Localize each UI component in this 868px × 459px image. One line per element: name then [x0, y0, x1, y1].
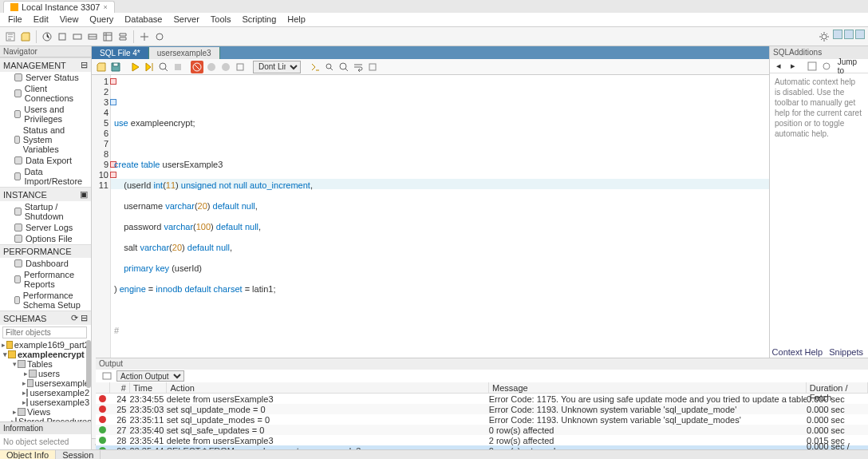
- schema-filter-input[interactable]: [2, 326, 87, 338]
- status-object-info[interactable]: Object Info: [0, 450, 56, 459]
- output-row[interactable]: 2423:34:55 delete from usersExample3Erro…: [96, 394, 868, 404]
- rp-manual-icon[interactable]: [820, 60, 833, 73]
- execute-step-icon[interactable]: [143, 61, 156, 73]
- editor-toolbar: Dont Limit: [92, 59, 769, 75]
- tree-db1[interactable]: ▸example16t9_part2: [0, 340, 91, 350]
- limit-select[interactable]: Dont Limit: [253, 61, 301, 73]
- menu-help[interactable]: Help: [282, 13, 310, 26]
- menu-edit[interactable]: Edit: [29, 13, 53, 26]
- rollback-icon[interactable]: [219, 61, 232, 73]
- beautify-icon[interactable]: [309, 61, 322, 73]
- tool-icon-2[interactable]: [55, 30, 69, 44]
- nav-perf-reports[interactable]: Performance Reports: [0, 269, 91, 290]
- tool-icon-5[interactable]: [101, 30, 115, 44]
- tree-table-usersexample2[interactable]: ▸usersexample2: [0, 388, 91, 398]
- rp-back-icon[interactable]: ◂: [772, 60, 785, 73]
- section-performance: PERFORMANCE: [0, 244, 91, 258]
- status-session[interactable]: Session: [56, 450, 101, 459]
- window-tab[interactable]: Local Instance 3307 ×: [3, 1, 115, 13]
- nav-data-import[interactable]: Data Import/Restore: [0, 166, 91, 187]
- nav-status-variables[interactable]: Status and System Variables: [0, 125, 91, 155]
- tree-stored-procedures[interactable]: ▸Stored Procedures: [0, 417, 91, 421]
- svg-rect-16: [369, 64, 376, 70]
- tree-table-usersexample[interactable]: ▸usersexample: [0, 378, 91, 388]
- jump-to-label[interactable]: Jump to: [838, 57, 866, 75]
- find-icon[interactable]: [323, 61, 336, 73]
- save-icon[interactable]: [109, 61, 122, 73]
- status-ok-icon: [99, 426, 106, 433]
- nav-server-logs[interactable]: Server Logs: [0, 222, 91, 233]
- nav-users-privileges[interactable]: Users and Privileges: [0, 104, 91, 125]
- svg-rect-17: [808, 62, 816, 70]
- output-row[interactable]: 2523:35:03 set sql_update_mode = 0Error …: [96, 404, 868, 414]
- file-tab-inactive[interactable]: usersexample3: [149, 47, 220, 59]
- stop-icon[interactable]: [172, 61, 184, 73]
- tree-db2[interactable]: ▾exampleencrypt: [0, 350, 91, 359]
- menu-tools[interactable]: Tools: [206, 13, 236, 26]
- close-icon[interactable]: ×: [103, 3, 107, 11]
- tree-table-usersexample3[interactable]: ▸usersexample3: [0, 398, 91, 407]
- gear-icon[interactable]: [817, 30, 831, 44]
- tree-table-users[interactable]: ▸users: [0, 369, 91, 378]
- no-commit-icon[interactable]: [191, 61, 203, 73]
- svg-rect-13: [237, 64, 243, 70]
- no-object-label: No object selected: [0, 434, 91, 449]
- nav-options-file[interactable]: Options File: [0, 233, 91, 244]
- wrap-icon[interactable]: [352, 61, 365, 73]
- svg-point-18: [823, 63, 830, 69]
- open-sql-icon[interactable]: [18, 30, 33, 44]
- tree-views[interactable]: ▸Views: [0, 407, 91, 417]
- section-instance: INSTANCE▣: [0, 187, 91, 201]
- nav-server-status[interactable]: Server Status: [0, 72, 91, 83]
- output-type-select[interactable]: Action Output: [116, 370, 184, 382]
- tool-icon-8[interactable]: [152, 30, 167, 44]
- nav-startup[interactable]: Startup / Shutdown: [0, 201, 91, 222]
- menu-scripting[interactable]: Scripting: [238, 13, 282, 26]
- open-file-icon[interactable]: [95, 61, 108, 73]
- schema-scrollbar[interactable]: [86, 340, 91, 388]
- invisible-icon[interactable]: [366, 61, 379, 73]
- execute-icon[interactable]: [128, 61, 141, 73]
- menu-server[interactable]: Server: [168, 13, 203, 26]
- output-type-icon[interactable]: [101, 370, 113, 382]
- file-tab-active[interactable]: SQL File 4*: [92, 47, 149, 59]
- tree-tables[interactable]: ▾Tables: [0, 359, 91, 369]
- search-icon[interactable]: [337, 61, 350, 73]
- output-row[interactable]: 2823:35:41 delete from usersExample32 ro…: [96, 435, 868, 445]
- menu-view[interactable]: View: [55, 13, 84, 26]
- tool-icon-4[interactable]: [85, 30, 100, 44]
- rp-auto-icon[interactable]: [806, 60, 819, 73]
- menu-query[interactable]: Query: [85, 13, 118, 26]
- commit-icon[interactable]: [205, 61, 218, 73]
- output-rows[interactable]: 2423:34:55 delete from usersExample3Erro…: [96, 394, 868, 449]
- panel-toggle-1[interactable]: [833, 30, 842, 39]
- tool-icon-6[interactable]: [116, 30, 130, 44]
- nav-client-connections[interactable]: Client Connections: [0, 83, 91, 104]
- rp-fwd-icon[interactable]: ▸: [787, 60, 799, 73]
- nav-dashboard[interactable]: Dashboard: [0, 258, 91, 269]
- svg-point-11: [207, 63, 215, 71]
- autocommit-icon[interactable]: [234, 61, 247, 73]
- menu-file[interactable]: File: [3, 13, 27, 26]
- status-err-icon: [99, 406, 106, 413]
- status-err-icon: [99, 395, 106, 402]
- panel-toggle-2[interactable]: [844, 30, 854, 39]
- tab-context-help[interactable]: Context Help: [772, 347, 823, 357]
- refresh-icon[interactable]: ⟳ ⊟: [71, 313, 88, 323]
- output-row[interactable]: 2623:35:11 set sql_update_modes = 0Error…: [96, 414, 868, 425]
- output-header-row: # Time Action Message Duration / Fetch: [96, 382, 868, 394]
- new-sql-tab-icon[interactable]: [3, 30, 18, 44]
- tool-icon-1[interactable]: [40, 30, 54, 44]
- output-row[interactable]: 2723:35:40 set sql_safe_updates = 00 row…: [96, 425, 868, 435]
- collapse-icon[interactable]: ⊟: [81, 60, 88, 70]
- nav-data-export[interactable]: Data Export: [0, 155, 91, 166]
- section-schemas: SCHEMAS⟳ ⊟: [0, 311, 91, 325]
- tab-snippets[interactable]: Snippets: [829, 347, 863, 357]
- tool-icon-7[interactable]: [137, 30, 152, 44]
- explain-icon[interactable]: [157, 61, 170, 73]
- svg-point-8: [160, 63, 166, 69]
- panel-toggle-3[interactable]: [855, 30, 865, 39]
- tool-icon-3[interactable]: [70, 30, 85, 44]
- menu-database[interactable]: Database: [120, 13, 167, 26]
- nav-perf-schema[interactable]: Performance Schema Setup: [0, 290, 91, 311]
